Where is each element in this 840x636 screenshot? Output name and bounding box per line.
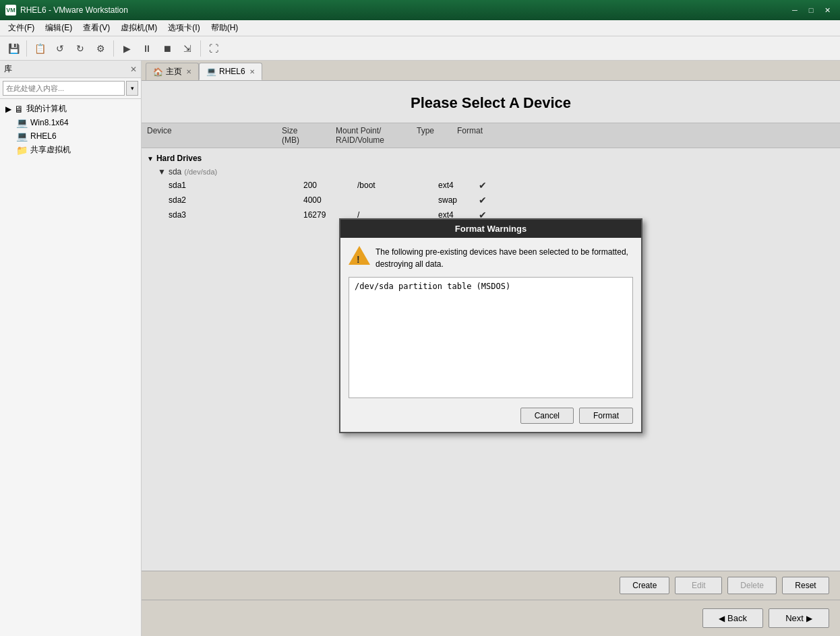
toolbar-btn-fullscreen[interactable]: ⛶: [204, 39, 223, 58]
toolbar-btn-3[interactable]: ↺: [51, 39, 69, 58]
titlebar-left: VM RHEL6 - VMware Workstation: [5, 5, 128, 15]
next-button[interactable]: Next ▶: [769, 608, 829, 628]
menu-view[interactable]: 查看(V): [78, 21, 115, 35]
vm-icon: 💻: [16, 131, 28, 141]
back-button[interactable]: ◀ Back: [702, 608, 763, 628]
toolbar-btn-stop[interactable]: ⏹: [158, 39, 177, 58]
sidebar-item-shared[interactable]: 📁 共享虚拟机: [0, 143, 141, 157]
expand-icon: ▶: [5, 104, 11, 114]
sidebar-item-label: RHEL6: [30, 131, 57, 141]
next-label: Next: [785, 613, 804, 623]
dialog-warning-text: The following pre-existing devices have …: [376, 246, 633, 270]
dialog-titlebar: Format Warnings: [340, 220, 641, 238]
dialog-format-button[interactable]: Format: [579, 408, 633, 424]
toolbar: 💾 📋 ↺ ↻ ⚙ ▶ ⏸ ⏹ ⇲ ⛶: [0, 36, 840, 61]
menu-help[interactable]: 帮助(H): [206, 21, 244, 35]
sidebar-search-dropdown[interactable]: ▾: [126, 81, 138, 96]
content-area: 🏠 主页 ✕ 💻 RHEL6 ✕ Please Select A Device …: [142, 61, 840, 636]
vm-tab-icon: 💻: [206, 67, 216, 76]
vm-panel: Please Select A Device Device Size(MB) M…: [142, 81, 840, 636]
toolbar-sep-3: [200, 40, 201, 57]
dialog-body: The following pre-existing devices have …: [340, 238, 641, 432]
sidebar-item-rhel6[interactable]: 💻 RHEL6: [0, 129, 141, 143]
dialog-overlay: Format Warnings The following pre-existi…: [142, 81, 840, 571]
minimize-button[interactable]: ─: [787, 3, 802, 17]
sidebar: 库 ✕ ▾ ▶ 🖥 我的计算机 💻 Win8.1x64 💻 RHEL6 📁: [0, 61, 142, 636]
menu-file[interactable]: 文件(F): [3, 21, 40, 35]
next-icon: ▶: [806, 614, 812, 623]
delete-button[interactable]: Delete: [727, 577, 777, 594]
shared-icon: 📁: [16, 145, 28, 156]
sidebar-close-button[interactable]: ✕: [130, 65, 137, 74]
tab-home-close[interactable]: ✕: [186, 68, 191, 75]
menubar: 文件(F) 编辑(E) 查看(V) 虚拟机(M) 选项卡(I) 帮助(H): [0, 20, 840, 36]
sidebar-header: 库 ✕: [0, 61, 141, 78]
tab-rhel6-label: RHEL6: [219, 67, 245, 76]
sidebar-item-label: Win8.1x64: [30, 118, 69, 127]
tab-home[interactable]: 🏠 主页 ✕: [146, 63, 199, 80]
dialog-buttons: Cancel Format: [349, 405, 633, 424]
edit-button[interactable]: Edit: [675, 577, 722, 594]
dialog-cancel-button[interactable]: Cancel: [520, 408, 574, 424]
bottom-toolbar: Create Edit Delete Reset: [142, 571, 840, 600]
menu-tabs[interactable]: 选项卡(I): [162, 21, 205, 35]
tab-rhel6[interactable]: 💻 RHEL6 ✕: [199, 63, 262, 80]
tabbar: 🏠 主页 ✕ 💻 RHEL6 ✕: [142, 61, 840, 81]
device-area: Please Select A Device Device Size(MB) M…: [142, 81, 840, 571]
sidebar-item-label: 共享虚拟机: [30, 144, 71, 156]
toolbar-btn-5[interactable]: ⚙: [91, 39, 110, 58]
toolbar-btn-6[interactable]: ⇲: [178, 39, 197, 58]
reset-button[interactable]: Reset: [782, 577, 829, 594]
sidebar-item-win8[interactable]: 💻 Win8.1x64: [0, 116, 141, 129]
window-title: RHEL6 - VMware Workstation: [20, 5, 128, 15]
sidebar-tree: ▶ 🖥 我的计算机 💻 Win8.1x64 💻 RHEL6 📁 共享虚拟机: [0, 99, 141, 636]
titlebar-controls: ─ □ ✕: [787, 3, 835, 17]
sidebar-item-label: 我的计算机: [26, 103, 67, 115]
toolbar-btn-1[interactable]: 💾: [4, 39, 23, 58]
menu-vm[interactable]: 虚拟机(M): [115, 21, 162, 35]
main-area: 库 ✕ ▾ ▶ 🖥 我的计算机 💻 Win8.1x64 💻 RHEL6 📁: [0, 61, 840, 636]
sidebar-search-input[interactable]: [3, 81, 125, 96]
back-icon: ◀: [719, 614, 725, 623]
sidebar-item-my-computer[interactable]: ▶ 🖥 我的计算机: [0, 102, 141, 116]
computer-icon: 🖥: [14, 104, 24, 115]
tab-home-label: 主页: [166, 66, 182, 77]
sidebar-search-area: ▾: [0, 78, 141, 99]
warning-icon: [349, 246, 370, 265]
dialog-list-area: /dev/sda partition table (MSDOS): [349, 277, 633, 398]
maximize-button[interactable]: □: [804, 3, 818, 17]
toolbar-btn-power[interactable]: ▶: [117, 39, 136, 58]
nav-buttons: ◀ Back Next ▶: [142, 600, 840, 636]
close-button[interactable]: ✕: [820, 3, 835, 17]
toolbar-btn-pause[interactable]: ⏸: [138, 39, 156, 58]
toolbar-sep-2: [113, 40, 114, 57]
titlebar: VM RHEL6 - VMware Workstation ─ □ ✕: [0, 0, 840, 20]
toolbar-sep-1: [26, 40, 27, 57]
toolbar-btn-4[interactable]: ↻: [71, 39, 90, 58]
vm-icon: 💻: [16, 117, 28, 128]
home-icon: 🏠: [153, 67, 163, 77]
create-button[interactable]: Create: [620, 577, 669, 594]
tab-rhel6-close[interactable]: ✕: [249, 68, 255, 75]
toolbar-btn-2[interactable]: 📋: [30, 39, 49, 58]
back-label: Back: [727, 613, 747, 623]
dialog-warning-row: The following pre-existing devices have …: [349, 246, 633, 270]
sidebar-title: 库: [4, 63, 12, 75]
format-warnings-dialog: Format Warnings The following pre-existi…: [339, 218, 642, 433]
app-icon: VM: [5, 5, 16, 15]
menu-edit[interactable]: 编辑(E): [40, 21, 78, 35]
